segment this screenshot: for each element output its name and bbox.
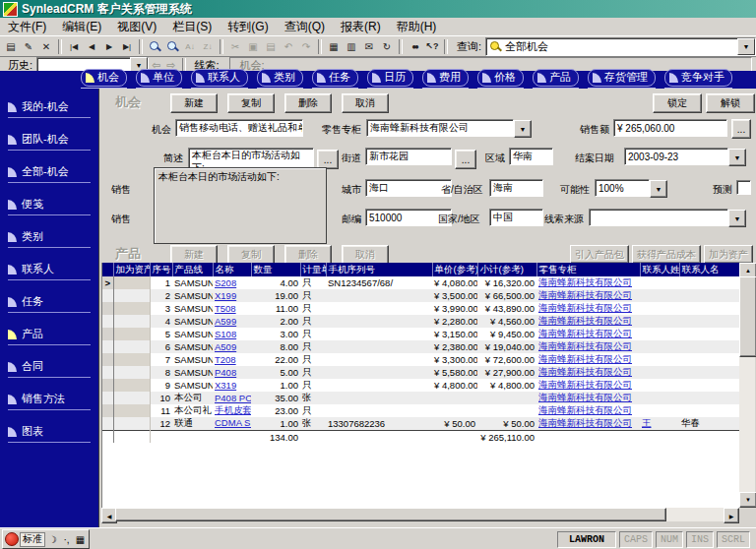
- tab-机会[interactable]: 机会: [81, 69, 127, 87]
- product-row[interactable]: 3SAMSUNGT50811.00只¥ 3,990.00¥ 43,890.00海…: [102, 302, 739, 315]
- delete-button[interactable]: 删除: [284, 93, 332, 113]
- product-row[interactable]: 7SAMSUNGT20822.00只¥ 3,300.00¥ 72,600.00海…: [102, 353, 739, 366]
- scroll-right-icon[interactable]: ▶: [724, 508, 739, 523]
- asset-checkbox-cell[interactable]: [113, 340, 150, 353]
- menu-item[interactable]: 报表(R): [333, 18, 389, 36]
- tab-产品[interactable]: 产品: [533, 69, 579, 87]
- tab-价格[interactable]: 价格: [477, 69, 524, 87]
- scroll-down-icon[interactable]: ▼: [739, 492, 756, 508]
- asset-checkbox-cell[interactable]: [113, 366, 150, 379]
- prev-record-icon[interactable]: ◀: [83, 38, 100, 55]
- cancel-button[interactable]: 取消: [342, 93, 389, 113]
- contact-link[interactable]: 王: [642, 417, 652, 428]
- country-field[interactable]: 中国: [489, 209, 543, 226]
- last-record-icon[interactable]: ▶|: [118, 38, 136, 55]
- close-date-field[interactable]: 2003-09-23: [624, 148, 728, 165]
- sidebar-item-合同[interactable]: 合同: [8, 356, 91, 378]
- close-date-dropdown-arrow-icon[interactable]: ▼: [728, 149, 746, 166]
- product-row[interactable]: >1SAMSUNGS2084.00只SN1234567/68/¥ 4,080.0…: [102, 276, 739, 289]
- grid-header-小计(参考)[interactable]: 小计(参考): [477, 263, 536, 276]
- refresh-icon[interactable]: ↻: [378, 38, 396, 55]
- grid-header-数量[interactable]: 数量: [251, 263, 300, 276]
- product-link[interactable]: S108: [215, 329, 236, 339]
- product-new-button[interactable]: 新建: [170, 245, 218, 265]
- ime-toolbar[interactable]: 标准 ☽ ·, ▦: [2, 529, 90, 549]
- grid-header-名称[interactable]: 名称: [213, 263, 251, 276]
- ime-softkeyboard-icon[interactable]: ▦: [74, 534, 87, 545]
- store-link[interactable]: 海南蜂新科技有限公司: [538, 302, 632, 313]
- undo-icon[interactable]: ↶: [280, 38, 297, 55]
- asset-checkbox-cell[interactable]: [113, 417, 150, 431]
- grid-header-计量单位[interactable]: 计量单位: [300, 263, 326, 276]
- brief-memo-popup[interactable]: 本柜台本日的市场活动如下:: [154, 167, 327, 244]
- product-link[interactable]: A509: [215, 341, 236, 352]
- menu-item[interactable]: 编辑(E): [54, 18, 109, 36]
- tab-存货管理[interactable]: 存货管理: [588, 69, 656, 87]
- sidebar-item-产品[interactable]: 产品: [8, 324, 91, 345]
- asset-checkbox-cell[interactable]: [113, 392, 150, 404]
- sort-descending-icon[interactable]: Z↓: [199, 38, 217, 55]
- product-link[interactable]: S208: [215, 277, 236, 288]
- context-help-icon[interactable]: ↖?: [423, 38, 441, 55]
- grid-header-产品线[interactable]: 产品线: [172, 263, 213, 276]
- opportunity-field[interactable]: 销售移动电话、赠送礼品和单张: [175, 119, 303, 137]
- menu-item[interactable]: 帮助(H): [389, 18, 445, 36]
- menu-item[interactable]: 查询(Q): [277, 18, 333, 36]
- new-record-icon[interactable]: ▤: [2, 38, 20, 55]
- store-link[interactable]: 海南蜂新科技有限公司: [538, 276, 632, 287]
- forecast-checkbox[interactable]: [736, 180, 751, 195]
- horizontal-scroll-thumb[interactable]: [115, 508, 666, 521]
- menu-item[interactable]: 文件(F): [0, 18, 54, 36]
- city-field[interactable]: 海口: [365, 179, 452, 197]
- probability-field[interactable]: 100%: [595, 179, 650, 197]
- sidebar-item-团队-机会[interactable]: 团队-机会: [8, 129, 91, 151]
- product-link[interactable]: T208: [215, 354, 236, 365]
- sidebar-item-全部-机会[interactable]: 全部-机会: [8, 161, 91, 183]
- print-icon[interactable]: ▦: [325, 38, 343, 55]
- copy-button[interactable]: 复制: [227, 93, 275, 113]
- amount-field[interactable]: ¥ 265,060.00: [613, 119, 727, 137]
- product-row[interactable]: 5SAMSUNGS1083.00只¥ 3,150.00¥ 9,450.00海南蜂…: [102, 328, 739, 340]
- export-icon[interactable]: ▥: [343, 38, 360, 55]
- paste-icon[interactable]: ▤: [262, 38, 280, 55]
- ime-halfwidth-icon[interactable]: ☽: [46, 534, 59, 545]
- store-field[interactable]: 海南蜂新科技有限公司: [366, 119, 514, 137]
- product-row[interactable]: 6SAMSUNGA5098.00只¥ 2,380.00¥ 19,040.00海南…: [102, 340, 739, 353]
- horizontal-scrollbar[interactable]: ◀ ▶: [101, 508, 739, 521]
- grid-header-序号[interactable]: 序号: [150, 263, 172, 276]
- sidebar-item-便笺[interactable]: 便笺: [8, 194, 91, 215]
- store-link[interactable]: 海南蜂新科技有限公司: [538, 340, 632, 351]
- product-link[interactable]: X319: [215, 380, 236, 391]
- product-link[interactable]: P408 POP: [215, 393, 251, 403]
- redo-icon[interactable]: ↷: [297, 38, 315, 55]
- product-link[interactable]: X199: [215, 290, 236, 301]
- grid-header-加为资产[interactable]: 加为资产: [113, 263, 150, 276]
- first-record-icon[interactable]: |◀: [65, 38, 83, 55]
- menu-item[interactable]: 栏目(S): [164, 18, 220, 36]
- sidebar-item-图表[interactable]: 图表: [8, 421, 91, 443]
- asset-checkbox-cell[interactable]: [113, 315, 150, 328]
- tab-任务[interactable]: 任务: [312, 69, 358, 87]
- region-field[interactable]: 华南: [509, 148, 553, 165]
- menu-item[interactable]: 转到(G): [220, 18, 276, 36]
- product-link[interactable]: P408: [215, 367, 236, 378]
- grid-header-单价(参考)[interactable]: 单价(参考): [432, 263, 477, 276]
- asset-checkbox-cell[interactable]: [113, 302, 150, 315]
- tab-日历[interactable]: 日历: [367, 69, 413, 87]
- product-row[interactable]: 8SAMSUNGP4085.00只¥ 5,580.00¥ 27,900.00海南…: [102, 366, 739, 379]
- store-link[interactable]: 海南蜂新科技有限公司: [538, 417, 632, 428]
- get-product-cost-button[interactable]: 获得产品成本: [632, 245, 701, 264]
- grid-header-联系人名[interactable]: 联系人名: [679, 263, 739, 276]
- vertical-scrollbar[interactable]: ▲ ▼: [739, 263, 755, 508]
- asset-checkbox-cell[interactable]: [113, 379, 150, 392]
- grid-header-零售专柜[interactable]: 零售专柜: [536, 263, 640, 276]
- asset-checkbox-cell[interactable]: [113, 353, 150, 366]
- store-link[interactable]: 海南蜂新科技有限公司: [538, 328, 632, 338]
- product-link[interactable]: T508: [215, 303, 236, 314]
- add-as-asset-button[interactable]: 加为资产: [704, 245, 753, 264]
- product-link[interactable]: CDMA SIM卡: [215, 417, 251, 428]
- tab-联系人[interactable]: 联系人: [191, 69, 248, 87]
- product-row[interactable]: 4SAMSUNGA5992.00只¥ 2,280.00¥ 4,560.00海南蜂…: [102, 315, 739, 328]
- ime-logo-icon[interactable]: [5, 532, 19, 546]
- product-link[interactable]: 手机皮套A: [215, 404, 251, 415]
